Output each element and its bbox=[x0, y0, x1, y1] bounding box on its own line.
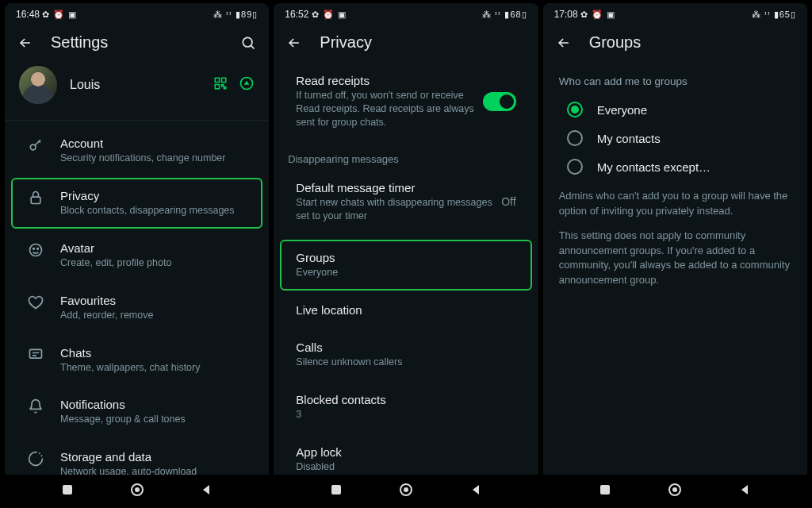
back-icon[interactable] bbox=[17, 35, 33, 51]
status-time: 17:08 bbox=[554, 9, 578, 20]
radio-icon bbox=[567, 130, 583, 146]
settings-item-notifications[interactable]: NotificationsMessage, group & call tones bbox=[11, 387, 262, 437]
radio-group: EveryoneMy contactsMy contacts except… bbox=[543, 95, 807, 181]
profile-name: Louis bbox=[70, 78, 201, 92]
item-label: Account bbox=[60, 137, 247, 150]
svg-rect-20 bbox=[600, 485, 610, 495]
system-navbar bbox=[5, 475, 269, 505]
default-timer-value: Off bbox=[501, 195, 515, 208]
status-time: 16:48 bbox=[16, 9, 40, 20]
item-label: Favourites bbox=[60, 294, 247, 307]
svg-point-16 bbox=[135, 487, 140, 492]
system-navbar bbox=[543, 475, 807, 505]
chat-icon bbox=[27, 347, 44, 363]
search-icon[interactable] bbox=[240, 35, 256, 51]
privacy-item-app-lock[interactable]: App lockDisabled bbox=[280, 434, 531, 475]
settings-item-storage-and-data[interactable]: Storage and dataNetwork usage, auto-down… bbox=[11, 439, 262, 475]
radio-option-my-contacts-except-[interactable]: My contacts except… bbox=[543, 152, 807, 181]
recent-apps-button[interactable] bbox=[330, 483, 343, 496]
item-sub: Block contacts, disappearing messages bbox=[60, 204, 247, 217]
default-timer-row[interactable]: Default message timer Start new chats wi… bbox=[280, 170, 531, 234]
item-label: Chats bbox=[60, 346, 247, 360]
app-bar: Privacy bbox=[274, 25, 538, 61]
settings-item-favourites[interactable]: FavouritesAdd, reorder, remove bbox=[11, 283, 262, 333]
item-label: Privacy bbox=[60, 189, 247, 202]
read-receipts-row[interactable]: Read receipts If turned off, you won't s… bbox=[280, 63, 531, 140]
back-button[interactable] bbox=[469, 483, 482, 496]
face-icon bbox=[27, 242, 44, 258]
svg-point-0 bbox=[243, 37, 253, 47]
home-button[interactable] bbox=[130, 483, 144, 497]
item-sub: Message, group & call tones bbox=[60, 413, 247, 426]
home-button[interactable] bbox=[399, 483, 413, 497]
item-label: App lock bbox=[296, 445, 515, 459]
status-bar: 16:48 ✿ ⏰ ▣ ⁂ ᶦᶦ ▮89▯ bbox=[5, 3, 269, 25]
settings-item-chats[interactable]: ChatsTheme, wallpapers, chat history bbox=[11, 335, 262, 386]
settings-item-privacy[interactable]: PrivacyBlock contacts, disappearing mess… bbox=[11, 178, 262, 229]
read-receipts-toggle[interactable] bbox=[483, 92, 516, 111]
item-label: Live location bbox=[296, 303, 515, 317]
default-timer-sub: Start new chats with disappearing messag… bbox=[296, 196, 501, 223]
status-bar: 16:52 ✿ ⏰ ▣ ⁂ ᶦᶦ ▮68▯ bbox=[274, 3, 538, 25]
item-label: Blocked contacts bbox=[296, 393, 515, 406]
settings-list: AccountSecurity notifications, change nu… bbox=[5, 121, 269, 475]
home-button[interactable] bbox=[668, 483, 682, 497]
radio-option-everyone[interactable]: Everyone bbox=[543, 95, 807, 124]
radio-icon bbox=[567, 102, 583, 117]
item-sub: Disabled bbox=[296, 460, 515, 474]
settings-item-account[interactable]: AccountSecurity notifications, change nu… bbox=[11, 125, 262, 176]
recent-apps-button[interactable] bbox=[61, 483, 74, 496]
svg-point-7 bbox=[30, 144, 36, 150]
groups-question: Who can add me to groups bbox=[543, 61, 807, 95]
item-sub: Theme, wallpapers, chat history bbox=[60, 361, 247, 375]
avatar bbox=[19, 66, 57, 104]
item-label: Calls bbox=[296, 341, 515, 354]
back-icon[interactable] bbox=[556, 35, 572, 51]
svg-rect-8 bbox=[31, 197, 40, 203]
status-time: 16:52 bbox=[285, 9, 308, 20]
read-receipts-label: Read receipts bbox=[296, 74, 482, 87]
back-button[interactable] bbox=[200, 483, 213, 496]
status-left-icons: ✿ ⏰ ▣ bbox=[42, 10, 77, 19]
privacy-item-live-location[interactable]: Live location bbox=[280, 292, 531, 328]
content: Louis AccountSecurity notifications, cha… bbox=[5, 61, 269, 475]
svg-rect-5 bbox=[224, 87, 226, 89]
groups-note-1: Admins who can't add you to a group will… bbox=[543, 181, 807, 227]
app-bar: Groups bbox=[543, 25, 807, 61]
default-timer-label: Default message timer bbox=[296, 181, 501, 194]
svg-point-22 bbox=[672, 487, 677, 492]
back-button[interactable] bbox=[738, 483, 751, 496]
privacy-item-blocked-contacts[interactable]: Blocked contacts3 bbox=[280, 382, 531, 433]
svg-rect-12 bbox=[30, 349, 42, 358]
svg-rect-4 bbox=[222, 85, 224, 87]
phone-settings: 16:48 ✿ ⏰ ▣ ⁂ ᶦᶦ ▮89▯ Settings Louis Acc… bbox=[5, 3, 269, 505]
status-bar: 17:08 ✿ ⏰ ▣ ⁂ ᶦᶦ ▮65▯ bbox=[543, 3, 807, 25]
back-icon[interactable] bbox=[286, 35, 302, 51]
privacy-item-calls[interactable]: CallsSilence unknown callers bbox=[280, 329, 531, 380]
key-icon bbox=[27, 137, 44, 153]
settings-item-avatar[interactable]: AvatarCreate, edit, profile photo bbox=[11, 230, 262, 281]
svg-rect-3 bbox=[216, 85, 220, 89]
page-title: Settings bbox=[51, 33, 223, 52]
phone-groups: 17:08 ✿ ⏰ ▣ ⁂ ᶦᶦ ▮65▯ Groups Who can add… bbox=[543, 3, 807, 505]
privacy-item-groups[interactable]: GroupsEveryone bbox=[280, 240, 531, 291]
svg-rect-17 bbox=[331, 485, 341, 495]
system-navbar bbox=[274, 475, 538, 505]
recent-apps-button[interactable] bbox=[599, 483, 611, 496]
status-right-icons: ⁂ ᶦᶦ ▮89▯ bbox=[213, 10, 258, 20]
data-icon bbox=[27, 451, 44, 467]
item-sub: Add, reorder, remove bbox=[60, 309, 247, 322]
radio-label: Everyone bbox=[597, 103, 647, 117]
heart-icon bbox=[27, 294, 44, 310]
radio-option-my-contacts[interactable]: My contacts bbox=[543, 124, 807, 152]
page-title: Groups bbox=[589, 33, 795, 52]
item-label: Groups bbox=[296, 251, 515, 264]
privacy-list: GroupsEveryoneLive locationCallsSilence … bbox=[274, 235, 538, 475]
status-left-icons: ✿ ⏰ ▣ bbox=[580, 10, 615, 19]
add-account-icon[interactable] bbox=[239, 75, 255, 94]
disappearing-header: Disappearing messages bbox=[274, 142, 538, 168]
item-sub: Network usage, auto-download bbox=[60, 465, 247, 475]
qr-icon[interactable] bbox=[213, 76, 228, 94]
profile-row[interactable]: Louis bbox=[5, 61, 269, 115]
svg-rect-2 bbox=[222, 78, 226, 82]
